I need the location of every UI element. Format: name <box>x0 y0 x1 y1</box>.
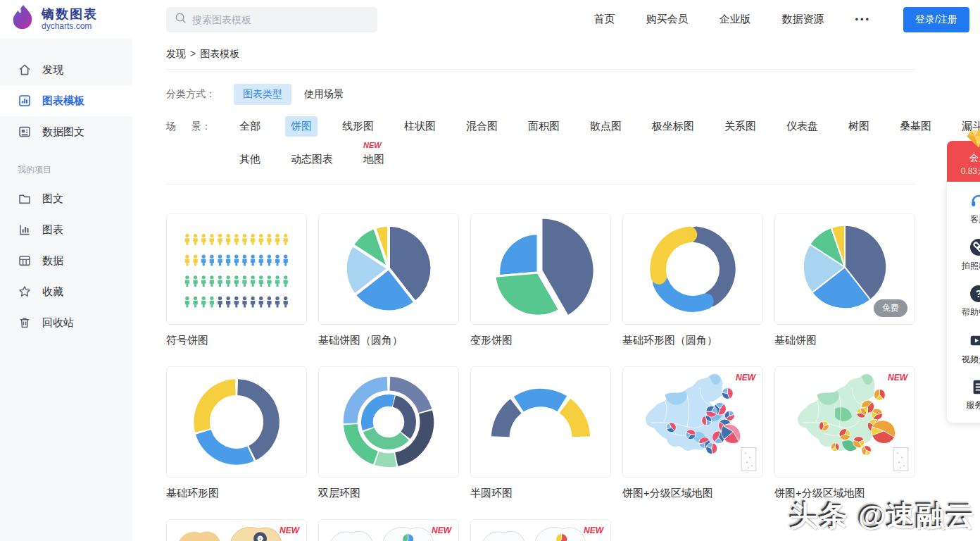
bar-chart-icon <box>18 223 32 237</box>
side-panel-item-label: 客服 <box>970 213 980 225</box>
side-panel-item-label: 视频介绍 <box>962 354 980 366</box>
scene-filter-label-text: 关系图 <box>724 120 756 132</box>
chart-template-icon <box>18 94 32 108</box>
data-article-icon <box>18 125 32 139</box>
scene-filter-饼图[interactable]: 饼图 <box>285 116 318 137</box>
nav-item-3[interactable]: 企业版 <box>719 13 750 26</box>
template-card[interactable]: 半圆环图 <box>470 366 611 500</box>
scene-filter-全部[interactable]: 全部 <box>234 116 266 137</box>
breadcrumb: 发现>图表模板 <box>166 39 980 61</box>
sidebar-item-table[interactable]: 数据 <box>0 245 132 276</box>
scene-filter-label-text: 面积图 <box>528 120 560 132</box>
side-panel-item-photo-export[interactable]: 拍照出图 <box>947 238 980 272</box>
breadcrumb-separator: > <box>190 48 196 59</box>
scene-filter-桑基图[interactable]: 桑基图 <box>894 116 937 137</box>
sidebar-item-label: 数据图文 <box>42 125 84 139</box>
side-panel-item-video[interactable]: 视频介绍 <box>947 331 980 366</box>
breadcrumb-item-2: 图表模板 <box>200 48 239 59</box>
sidebar-section-label: 我的项目 <box>0 147 132 183</box>
template-card[interactable]: 基础环形图 <box>166 366 307 500</box>
scene-filter-row-1: 场景： 全部饼图线形图柱状图混合图面积图散点图极坐标图关系图仪表盘树图桑基图漏斗… <box>166 116 980 137</box>
search-input[interactable] <box>192 14 361 25</box>
side-panel-item-help[interactable]: ?帮助中心 <box>947 285 980 318</box>
nav-item-2[interactable]: 购买会员 <box>646 13 688 26</box>
sidebar-item-data-article[interactable]: 数据图文 <box>0 116 132 147</box>
scene-filter-label-text: 饼图 <box>291 120 312 132</box>
template-thumbnail-pie-rounded <box>318 213 459 325</box>
sidebar-item-star[interactable]: 收藏 <box>0 276 132 307</box>
side-panel-item-headset[interactable]: 客服 <box>947 192 980 225</box>
template-card[interactable]: 双层环图 <box>318 366 459 500</box>
scene-filter-仪表盘[interactable]: 仪表盘 <box>781 116 824 137</box>
sidebar-item-label: 图表 <box>42 223 63 237</box>
scene-filter-label-part: 场 <box>166 120 176 133</box>
scene-filter-树图[interactable]: 树图 <box>843 116 875 137</box>
scene-filter-面积图[interactable]: 面积图 <box>522 116 565 137</box>
template-card[interactable]: NEW <box>318 519 459 541</box>
scene-filter-关系图[interactable]: 关系图 <box>719 116 762 137</box>
side-panel-item-service-account[interactable]: 服务号 <box>947 378 980 411</box>
login-register-button[interactable]: 登录/注册 <box>903 7 969 32</box>
category-option-1[interactable]: 图表类型 <box>234 84 291 105</box>
template-card[interactable]: NEW饼图+分级区域地图 <box>774 366 915 500</box>
search-box[interactable] <box>166 7 377 32</box>
scene-filter-label-text: 全部 <box>239 120 260 132</box>
member-promo-card[interactable]: 会员 0.83元/天 <box>947 141 980 182</box>
scene-filter-label-text: 动态图表 <box>291 153 333 165</box>
template-title: 饼图+分级区域地图 <box>774 487 915 500</box>
sidebar-item-label: 图表模板 <box>42 94 84 108</box>
sidebar-item-label: 数据 <box>42 254 63 268</box>
template-card[interactable]: ¥NEW <box>166 519 307 541</box>
headset-icon <box>969 192 980 210</box>
sidebar-item-folder[interactable]: 图文 <box>0 183 132 214</box>
new-badge: NEW <box>363 141 382 149</box>
scene-filter-线形图[interactable]: 线形图 <box>337 116 379 137</box>
sidebar-item-trash[interactable]: 回收站 <box>0 307 132 338</box>
template-title: 基础环形图（圆角） <box>622 334 763 347</box>
scene-filter-混合图[interactable]: 混合图 <box>460 116 503 137</box>
template-title: 基础饼图 <box>774 334 915 347</box>
template-thumbnail-pie: 免费 <box>774 213 915 325</box>
logo-title: 镝数图表 <box>42 8 98 22</box>
scene-filter-label-text: 树图 <box>848 120 869 132</box>
template-card[interactable]: 符号饼图 <box>166 213 307 347</box>
scene-filter-label-text: 地图 <box>363 153 384 165</box>
breadcrumb-item-1[interactable]: 发现 <box>166 48 186 59</box>
scene-filter-散点图[interactable]: 散点图 <box>584 116 627 137</box>
scene-filter-柱状图[interactable]: 柱状图 <box>398 116 441 137</box>
nav-item-4[interactable]: 数据资源 <box>781 13 824 26</box>
scene-filter-label-text: 柱状图 <box>404 120 436 132</box>
sidebar-item-home[interactable]: 发现 <box>0 54 132 85</box>
scene-filter-动态图表[interactable]: 动态图表 <box>285 149 339 170</box>
template-card[interactable]: NEW饼图+分级区域地图 <box>622 366 763 500</box>
top-nav: 首页购买会员企业版数据资源 <box>593 13 824 26</box>
template-thumbnail-map-green: NEW <box>774 366 915 478</box>
template-title: 基础饼图（圆角） <box>318 334 459 347</box>
scene-filter-地图[interactable]: 地图NEW <box>358 149 390 170</box>
template-card[interactable]: NEW <box>470 519 611 541</box>
template-card[interactable]: 免费基础饼图 <box>774 213 915 347</box>
new-badge: NEW <box>584 526 603 535</box>
scene-filter-极坐标图[interactable]: 极坐标图 <box>646 116 700 137</box>
template-thumbnail-pie-exploded <box>470 213 611 325</box>
scene-filter-label-text: 散点图 <box>590 120 622 132</box>
new-badge: NEW <box>888 373 907 383</box>
logo-flame-icon <box>9 4 36 36</box>
template-thumbnail-map-partial-gray-blue: NEW <box>318 519 459 541</box>
sidebar-item-bar-chart[interactable]: 图表 <box>0 214 132 245</box>
category-filter-row: 分类方式： 图表类型使用场景 <box>166 84 980 105</box>
template-card[interactable]: 变形饼图 <box>470 213 611 347</box>
nav-item-1[interactable]: 首页 <box>593 13 615 26</box>
template-card[interactable]: 基础环形图（圆角） <box>622 213 763 347</box>
scene-filter-其他[interactable]: 其他 <box>234 149 266 170</box>
scene-filter-label: 场景： <box>166 120 234 133</box>
template-thumbnail-map-partial-gray-red: NEW <box>470 519 611 541</box>
side-panel-item-label: 帮助中心 <box>962 306 980 318</box>
logo[interactable]: 镝数图表 dycharts.com <box>0 4 166 36</box>
sidebar-item-chart-template[interactable]: 图表模板 <box>0 85 132 116</box>
scene-filter-label-text: 线形图 <box>342 120 374 132</box>
more-menu[interactable]: ••• <box>855 14 871 25</box>
template-card[interactable]: 基础饼图（圆角） <box>318 213 459 347</box>
sidebar-item-label: 图文 <box>42 192 63 206</box>
category-option-2[interactable]: 使用场景 <box>304 88 344 101</box>
